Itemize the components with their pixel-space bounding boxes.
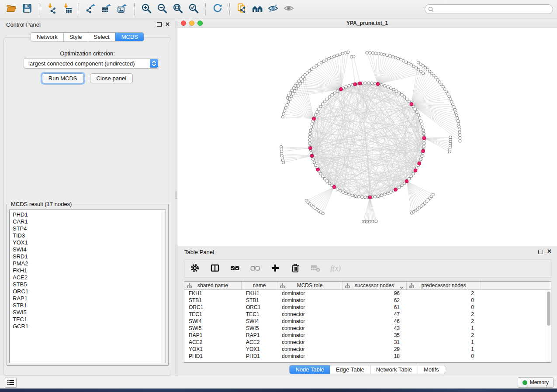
mcds-result-item[interactable]: TID3 — [10, 232, 166, 239]
tab-edge-table[interactable]: Edge Table — [330, 365, 370, 374]
table-row[interactable]: TEC1TEC1connector472 — [184, 311, 551, 318]
network-graph[interactable] — [177, 28, 557, 246]
table-row[interactable]: FKH1FKH1dominator962 — [184, 290, 551, 297]
window-minimize-button[interactable] — [189, 21, 194, 26]
column-header-MCDS-role[interactable]: MCDS role — [277, 282, 343, 289]
control-panel-tabs: NetworkStyleSelectMCDS — [31, 32, 144, 41]
table-row[interactable]: STB1STB1dominator620 — [184, 297, 551, 304]
table-row[interactable]: ACE2ACE2connector311 — [184, 339, 551, 346]
mcds-result-item[interactable]: STP4 — [10, 225, 166, 232]
mcds-result-item[interactable]: RAP1 — [10, 295, 166, 302]
close-panel-button[interactable]: Close panel — [90, 73, 133, 83]
cell-name: YOX1 — [242, 346, 277, 352]
columns-button[interactable] — [209, 262, 221, 275]
tab-style[interactable]: Style — [63, 33, 88, 41]
gear-button[interactable] — [189, 262, 201, 275]
export-image-button[interactable] — [114, 2, 130, 17]
column-header-predecessor-nodes[interactable]: predecessor nodes — [407, 282, 481, 289]
mcds-result-item[interactable]: SWI4 — [10, 246, 166, 253]
column-header-shared-name[interactable]: shared name — [184, 282, 242, 289]
tab-node-table[interactable]: Node Table — [290, 365, 330, 374]
select-all-icon — [230, 263, 240, 275]
table-scrollbar-thumb[interactable] — [547, 292, 550, 326]
column-header-successor-nodes[interactable]: successor nodes — [343, 282, 407, 289]
column-header-name[interactable]: name — [242, 282, 277, 289]
table-tabs: Node TableEdge TableNetwork TableMotifs — [289, 365, 445, 374]
window-close-button[interactable] — [181, 21, 186, 26]
criterion-select[interactable]: largest connected component (undirected) — [24, 58, 159, 69]
select-stepper-icon — [150, 59, 158, 68]
mcds-result-item[interactable]: TEC1 — [10, 316, 166, 323]
deselect-all-button[interactable] — [249, 262, 261, 275]
home-networks-button[interactable] — [249, 2, 265, 17]
close-table-panel-icon[interactable]: ✕ — [547, 248, 552, 254]
run-mcds-button[interactable]: Run MCDS — [42, 73, 84, 83]
import-network-button[interactable] — [43, 2, 59, 17]
select-all-button[interactable] — [229, 262, 241, 275]
mcds-result-item[interactable]: PMA2 — [10, 260, 166, 267]
window-zoom-button[interactable] — [197, 21, 203, 26]
cell-name: TEC1 — [242, 311, 277, 317]
table-row[interactable]: YOX1YOX1connector291 — [184, 346, 551, 353]
table-row[interactable]: RAP1RAP1dominator352 — [184, 332, 551, 339]
mcds-result-item[interactable]: STB1 — [10, 302, 166, 309]
list-icon — [7, 380, 14, 385]
mcds-result-item[interactable]: YOX1 — [10, 239, 166, 246]
delete-column-button[interactable] — [290, 262, 301, 275]
float-table-panel-icon[interactable] — [538, 250, 543, 254]
cell-shared-name: ACE2 — [184, 339, 242, 345]
result-list-scrollbar[interactable] — [161, 210, 166, 363]
table-row[interactable]: SWI5SWI5connector431 — [184, 325, 551, 332]
search-input[interactable] — [425, 4, 553, 14]
export-table-button[interactable] — [99, 2, 114, 17]
mcds-result-item[interactable]: GCR1 — [10, 323, 166, 330]
mcds-result-item[interactable]: ACE2 — [10, 274, 166, 281]
cell-name: ORC1 — [242, 304, 277, 310]
table-row[interactable]: SWI4SWI4dominator462 — [184, 318, 551, 325]
zoom-fit-button[interactable] — [170, 2, 186, 17]
cell-MCDS-role: connector — [277, 346, 343, 352]
tab-motifs[interactable]: Motifs — [418, 365, 445, 374]
mcds-result-item[interactable]: PHD1 — [10, 211, 166, 218]
cell-successor-nodes: 96 — [343, 290, 407, 296]
table-row[interactable]: PHD1PHD1dominator180 — [184, 353, 551, 360]
export-network-button[interactable] — [83, 2, 99, 17]
save-session-button[interactable] — [19, 2, 35, 17]
mcds-result-list[interactable]: PHD1CAR1STP4TID3YOX1SWI4SRD1PMA2FKH1ACE2… — [9, 210, 166, 363]
network-window-titlebar: YPA_prune.txt_1 — [177, 19, 557, 28]
mcds-result-item[interactable]: STB5 — [10, 281, 166, 288]
cell-predecessor-nodes: 1 — [407, 339, 481, 345]
cell-shared-name: ORC1 — [184, 304, 242, 310]
show-annotations-button[interactable] — [281, 2, 297, 17]
zoom-out-button[interactable] — [154, 2, 170, 17]
zoom-in-button[interactable] — [138, 2, 154, 17]
cell-successor-nodes: 29 — [343, 346, 407, 352]
mcds-result-item[interactable]: SRD1 — [10, 253, 166, 260]
mcds-result-item[interactable]: FKH1 — [10, 267, 166, 274]
tab-select[interactable]: Select — [88, 33, 115, 41]
share-document-button[interactable] — [234, 2, 249, 17]
memory-button[interactable]: Memory — [518, 377, 554, 388]
network-view-canvas[interactable] — [177, 28, 557, 246]
float-panel-icon[interactable] — [157, 22, 162, 27]
hide-annotations-button[interactable] — [265, 2, 281, 17]
zoom-selected-button[interactable] — [186, 2, 201, 17]
mcds-result-item[interactable]: CAR1 — [10, 218, 166, 225]
task-history-button[interactable] — [5, 378, 17, 388]
desktop: Control Panel ✕ NetworkStyleSelectMCDS O… — [0, 0, 557, 392]
mcds-result-item[interactable]: SWI5 — [10, 309, 166, 316]
tab-network-table[interactable]: Network Table — [370, 365, 418, 374]
table-row[interactable]: ORC1ORC1dominator610 — [184, 304, 551, 311]
tab-network[interactable]: Network — [31, 33, 63, 41]
mcds-result-item[interactable]: ORC1 — [10, 288, 166, 295]
cell-shared-name: YOX1 — [184, 346, 242, 352]
tab-mcds[interactable]: MCDS — [115, 33, 144, 41]
add-column-button[interactable] — [270, 262, 281, 275]
table-scrollbar[interactable] — [546, 290, 551, 362]
open-file-button[interactable] — [3, 2, 19, 17]
close-panel-icon[interactable]: ✕ — [165, 21, 170, 28]
toolbar-separator — [205, 3, 206, 15]
show-annotations-icon — [284, 3, 294, 15]
import-table-button[interactable] — [59, 2, 75, 17]
apply-layout-button[interactable] — [210, 2, 225, 17]
